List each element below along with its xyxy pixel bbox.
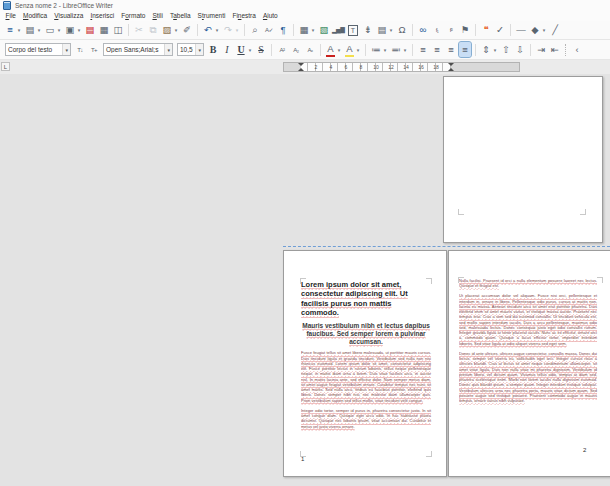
undo-button[interactable]: ↶▾ bbox=[202, 23, 220, 38]
strikethrough-button[interactable]: S bbox=[255, 42, 267, 57]
menu-item-finestra[interactable]: Finestra bbox=[229, 12, 260, 19]
chevron-down-icon[interactable]: ▾ bbox=[195, 44, 203, 55]
redo-dropdown[interactable]: ▾ bbox=[234, 27, 240, 33]
insert-chart-button[interactable]: ▂▅▇ bbox=[332, 23, 344, 38]
underline-dropdown[interactable]: ▾ bbox=[247, 47, 253, 53]
new-style-button[interactable]: T+ bbox=[88, 42, 100, 57]
superscript-button[interactable]: A² bbox=[276, 42, 288, 57]
view-mode-dropdown[interactable]: ▾ bbox=[16, 27, 22, 33]
page-2[interactable]: Nulla facilisi. Praesent id orci a nulla… bbox=[448, 250, 610, 477]
chevron-down-icon[interactable]: ▾ bbox=[164, 44, 172, 55]
document-area[interactable]: Lorem ipsum dolor sit amet, consectetur … bbox=[0, 74, 610, 486]
font-size-select[interactable]: 10,5 ▾ bbox=[177, 43, 204, 56]
justify-button[interactable]: ≡ bbox=[459, 42, 471, 57]
menu-item-inserisci[interactable]: Inserisci bbox=[87, 12, 118, 19]
chevron-down-icon[interactable]: ▾ bbox=[62, 44, 70, 55]
font-name-select[interactable]: Open Sans;Arial;s ▾ bbox=[103, 43, 173, 56]
body-paragraph[interactable]: Nulla facilisi. Praesent id orci a nulla… bbox=[459, 278, 597, 289]
heading-2[interactable]: Mauris vestibulum nibh et lectus dapibus… bbox=[301, 322, 431, 346]
increase-indent-button[interactable]: ⇥ bbox=[535, 42, 547, 57]
page-1[interactable]: Lorem ipsum dolor sit amet, consectetur … bbox=[283, 250, 447, 477]
insert-hyperlink-button[interactable]: ∞ bbox=[417, 23, 429, 38]
page-blank[interactable] bbox=[443, 76, 603, 243]
highlight-color-button[interactable]: A▾ bbox=[344, 42, 361, 57]
numbered-list-button[interactable]: ≕▾ bbox=[390, 42, 408, 57]
insert-image-button[interactable]: ▧ bbox=[318, 23, 330, 38]
underline-button[interactable]: U▾ bbox=[235, 42, 253, 57]
paste-button[interactable]: ▨▾ bbox=[161, 23, 179, 38]
insert-footnote-button[interactable]: f₁ bbox=[431, 23, 443, 38]
basic-shapes-button[interactable]: ◆▾ bbox=[529, 23, 547, 38]
bold-button[interactable]: B bbox=[207, 42, 219, 57]
paste-dropdown[interactable]: ▾ bbox=[173, 27, 179, 33]
update-style-button[interactable]: T↓ bbox=[74, 42, 86, 57]
page-number-footer[interactable]: 2 bbox=[583, 447, 586, 453]
save-dropdown[interactable]: ▾ bbox=[76, 27, 82, 33]
save-button[interactable]: ▣▾ bbox=[64, 23, 82, 38]
italic-button[interactable]: I bbox=[221, 42, 233, 57]
body-paragraph[interactable]: Integer odio tortor, semper id purus in,… bbox=[301, 408, 431, 429]
formatting-marks-button[interactable]: ¶ bbox=[277, 23, 289, 38]
print-button[interactable]: ▦ bbox=[98, 23, 110, 38]
menu-item-stili[interactable]: Stili bbox=[149, 12, 166, 19]
line-spacing-dropdown[interactable]: ▾ bbox=[492, 47, 498, 53]
open-file-button[interactable]: ▭▾ bbox=[44, 23, 62, 38]
insert-table-button[interactable]: ▦▾ bbox=[298, 23, 316, 38]
export-pdf-button[interactable]: ▤ bbox=[84, 23, 96, 38]
menu-item-file[interactable]: File bbox=[2, 12, 20, 19]
align-right-button[interactable]: ≡ bbox=[445, 42, 457, 57]
menu-item-visualizza[interactable]: Visualizza bbox=[51, 12, 87, 19]
view-mode-button[interactable]: ≡▾ bbox=[4, 23, 22, 38]
spelling-button[interactable]: A✓ bbox=[263, 23, 275, 38]
insert-textbox-button[interactable]: T bbox=[346, 23, 360, 38]
insert-bookmark-button[interactable]: ⚑ bbox=[459, 23, 471, 38]
undo-dropdown[interactable]: ▾ bbox=[214, 27, 220, 33]
horizontal-ruler[interactable]: 24681012141618 bbox=[283, 62, 520, 72]
horizontal-line-button[interactable]: ― bbox=[515, 23, 527, 38]
open-file-dropdown[interactable]: ▾ bbox=[56, 27, 62, 33]
insert-field-button[interactable]: ▤▾ bbox=[376, 23, 394, 38]
menu-item-formato[interactable]: Formato bbox=[118, 12, 149, 19]
insert-table-dropdown[interactable]: ▾ bbox=[310, 27, 316, 33]
insert-page-break-button[interactable]: ⇟ bbox=[362, 23, 374, 38]
find-replace-button[interactable]: ⌕ bbox=[249, 23, 261, 38]
tab-stop-selector[interactable]: L bbox=[1, 62, 10, 71]
insert-comment-button[interactable]: ❝ bbox=[480, 23, 492, 38]
align-left-button[interactable]: ≡ bbox=[417, 42, 429, 57]
clear-formatting-button[interactable]: Aₓ bbox=[304, 42, 316, 57]
font-color-dropdown[interactable]: ▾ bbox=[336, 47, 342, 53]
menu-item-strumenti[interactable]: Strumenti bbox=[194, 12, 229, 19]
align-center-button[interactable]: ≡ bbox=[431, 42, 443, 57]
menu-item-aiuto[interactable]: Aiuto bbox=[259, 12, 281, 19]
decrease-indent-button[interactable]: ⇤ bbox=[549, 42, 561, 57]
heading-1[interactable]: Lorem ipsum dolor sit amet, consectetur … bbox=[301, 279, 431, 317]
numbered-list-dropdown[interactable]: ▾ bbox=[402, 47, 408, 53]
insert-special-character-button[interactable]: Ω bbox=[396, 23, 408, 38]
page-number-footer[interactable]: 1 bbox=[301, 456, 304, 462]
basic-shapes-dropdown[interactable]: ▾ bbox=[541, 27, 547, 33]
menu-item-modifica[interactable]: Modifica bbox=[20, 12, 51, 19]
indent-marker-right[interactable] bbox=[448, 63, 454, 71]
toolbar-overflow-button[interactable]: ‹ bbox=[571, 42, 583, 57]
body-paragraph[interactable]: Ut placerat accumsan dolor vel aliquam. … bbox=[459, 294, 597, 347]
bullet-list-dropdown[interactable]: ▾ bbox=[382, 47, 388, 53]
increase-paragraph-spacing-button[interactable]: ⇧ bbox=[500, 42, 512, 57]
indent-marker-left[interactable] bbox=[298, 63, 304, 71]
new-document-button[interactable]: ▤▾ bbox=[24, 23, 42, 38]
insert-field-dropdown[interactable]: ▾ bbox=[388, 27, 394, 33]
paragraph-style-select[interactable]: Corpo del testo ▾ bbox=[5, 43, 71, 56]
font-color-button[interactable]: A▾ bbox=[325, 42, 342, 57]
draw-line-button[interactable]: ╱ bbox=[549, 23, 561, 38]
menu-item-tabella[interactable]: Tabella bbox=[166, 12, 194, 19]
insert-endnote-button[interactable]: f² bbox=[445, 23, 457, 38]
decrease-paragraph-spacing-button[interactable]: ⇩ bbox=[514, 42, 526, 57]
clone-formatting-button[interactable]: ✐ bbox=[181, 23, 193, 38]
line-spacing-button[interactable]: ⇕▾ bbox=[480, 42, 498, 57]
bullet-list-button[interactable]: ≔▾ bbox=[370, 42, 388, 57]
new-document-dropdown[interactable]: ▾ bbox=[36, 27, 42, 33]
highlight-color-dropdown[interactable]: ▾ bbox=[355, 47, 361, 53]
body-paragraph[interactable]: Donec id ante ultrices, ultrices augue c… bbox=[459, 351, 597, 404]
body-paragraph[interactable]: Fusce feugiat tellus sit amet libero mal… bbox=[301, 351, 431, 404]
print-preview-button[interactable]: ◫ bbox=[112, 23, 124, 38]
track-changes-button[interactable]: ✓ bbox=[494, 23, 506, 38]
